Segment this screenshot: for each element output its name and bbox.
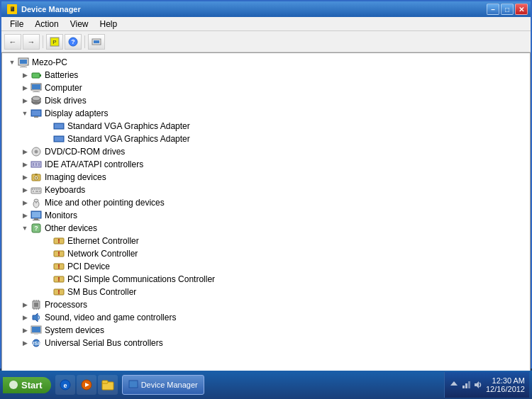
ie-icon[interactable]: e — [55, 375, 75, 395]
tree-item-vga1[interactable]: ▶ Standard VGA Graphics Adapter — [5, 120, 527, 133]
mezo-pc-label: Mezo-PC — [32, 57, 67, 67]
tree-item-mice[interactable]: ▶ Mice and other pointing devices — [5, 196, 527, 209]
vga2-label: Standard VGA Graphics Adapter — [67, 134, 190, 144]
svg-text:!: ! — [58, 250, 60, 257]
usb-label: Universal Serial Bus controllers — [45, 338, 163, 348]
svg-rect-10 — [32, 73, 40, 78]
svg-point-18 — [32, 96, 40, 101]
svg-rect-8 — [21, 65, 26, 67]
tree-item-computer[interactable]: ▶ Computer — [5, 82, 527, 94]
smbus-label: SM Bus Controller — [67, 287, 136, 297]
tree-item-pci-comm[interactable]: ▶ ! PCI Simple Communications Controller — [5, 273, 527, 286]
taskbar-items: Device Manager — [122, 375, 444, 395]
svg-rect-49 — [32, 212, 40, 218]
tree-view[interactable]: ▼ Mezo-PC ▶ Batteries ▶ Compu — [1, 52, 531, 399]
taskbar-item-label: Device Manager — [141, 381, 198, 389]
computer-label: Computer — [45, 83, 82, 93]
tree-item-ethernet[interactable]: ▶ ! Ethernet Controller — [5, 235, 527, 247]
expand-icon-sound: ▶ — [19, 312, 31, 323]
mice-icon — [31, 197, 42, 208]
expand-icon-monitors: ▶ — [19, 210, 31, 221]
tree-item-keyboards[interactable]: ▶ Keyboards — [5, 184, 527, 196]
maximize-button[interactable]: □ — [501, 4, 514, 15]
menu-action[interactable]: Action — [29, 18, 64, 30]
tree-item-sound[interactable]: ▶ Sound, video and game controllers — [5, 311, 527, 324]
back-button[interactable]: ← — [4, 34, 21, 50]
monitors-label: Monitors — [45, 210, 77, 220]
svg-rect-85 — [129, 381, 138, 388]
forward-button[interactable]: → — [23, 34, 40, 50]
svg-text:?: ? — [71, 38, 75, 45]
quick-launch: e — [55, 375, 118, 395]
device-tree: ▼ Mezo-PC ▶ Batteries ▶ Compu — [5, 56, 527, 349]
tree-item-monitors[interactable]: ▶ Monitors — [5, 209, 527, 222]
minimize-button[interactable]: – — [487, 4, 499, 15]
batteries-label: Batteries — [45, 70, 78, 80]
taskbar-item-device-manager[interactable]: Device Manager — [122, 375, 204, 395]
tree-item-network-controller[interactable]: ▶ ! Network Controller — [5, 247, 527, 260]
imaging-icon — [31, 172, 42, 183]
tree-item-display-adapters[interactable]: ▼ Display adapters — [5, 107, 527, 120]
tree-item-smbus[interactable]: ▶ ! SM Bus Controller — [5, 286, 527, 298]
tree-item-imaging[interactable]: ▶ Imaging devices — [5, 171, 527, 184]
svg-rect-74 — [32, 327, 40, 332]
expand-icon-system: ▶ — [19, 325, 31, 336]
svg-rect-13 — [32, 84, 40, 89]
tree-item-pci[interactable]: ▶ ! PCI Device — [5, 260, 527, 273]
window-icon: 🖥 — [7, 4, 17, 14]
svg-rect-65 — [34, 303, 38, 307]
batteries-icon — [31, 69, 42, 81]
tree-item-batteries[interactable]: ▶ Batteries — [5, 69, 527, 82]
svg-rect-7 — [20, 60, 27, 64]
clock-date: 12/16/2012 — [486, 385, 525, 393]
svg-text:e: e — [63, 382, 67, 389]
tree-item-dvd[interactable]: ▶ DVD/CD-ROM drives — [5, 145, 527, 158]
help-button[interactable]: ? — [65, 34, 82, 50]
network-tray-icon — [461, 380, 471, 390]
svg-point-47 — [34, 199, 38, 202]
media-player-icon[interactable] — [77, 375, 96, 395]
close-button[interactable]: ✕ — [515, 4, 528, 15]
properties-button[interactable]: P — [46, 34, 63, 50]
menu-file[interactable]: File — [4, 18, 29, 30]
expand-icon: ▼ — [6, 57, 18, 68]
toolbar: ← → P ? — [1, 31, 531, 52]
ethernet-label: Ethernet Controller — [67, 236, 139, 246]
svg-rect-41 — [38, 189, 40, 190]
tree-item-system[interactable]: ▶ System devices — [5, 324, 527, 337]
device-mgr-button[interactable] — [88, 34, 105, 50]
svg-rect-14 — [34, 90, 38, 91]
svg-rect-25 — [55, 137, 63, 141]
tree-item-usb[interactable]: ▶ USB Universal Serial Bus controllers — [5, 337, 527, 349]
menu-help[interactable]: Help — [94, 18, 123, 30]
disk-icon — [31, 95, 42, 106]
pci-warning-icon: ! — [53, 261, 65, 272]
smbus-warning-icon: ! — [53, 286, 65, 298]
start-button[interactable]: Start — [3, 377, 51, 393]
tree-item-ide[interactable]: ▶ IDE ATA/ATAPI controllers — [5, 158, 527, 171]
tree-item-other-devices[interactable]: ▼ ? Other devices — [5, 222, 527, 235]
tree-item-disk-drives[interactable]: ▶ Disk drives — [5, 94, 527, 107]
folder-icon[interactable] — [98, 375, 118, 395]
menu-view[interactable]: View — [65, 18, 94, 30]
system-tray: 12:30 AM 12/16/2012 — [444, 372, 529, 398]
svg-text:?: ? — [34, 225, 38, 232]
tree-item-mezo-pc[interactable]: ▼ Mezo-PC — [5, 56, 527, 69]
tree-item-vga2[interactable]: ▶ Standard VGA Graphics Adapter — [5, 133, 527, 145]
svg-rect-40 — [36, 189, 38, 190]
tray-up-arrow-icon — [449, 380, 459, 390]
other-devices-icon: ? — [31, 223, 42, 234]
toolbar-separator — [43, 35, 43, 48]
system-label: System devices — [45, 325, 104, 335]
svg-rect-36 — [35, 174, 38, 175]
svg-rect-84 — [102, 381, 108, 383]
network-warning-icon: ! — [53, 248, 65, 259]
svg-rect-23 — [55, 124, 63, 128]
title-bar: 🖥 Device Manager – □ ✕ — [1, 1, 531, 17]
dvd-icon — [31, 146, 42, 157]
svg-rect-50 — [34, 218, 38, 220]
clock: 12:30 AM 12/16/2012 — [486, 376, 525, 393]
svg-text:!: ! — [58, 263, 60, 270]
tree-item-processors[interactable]: ▶ Processors — [5, 298, 527, 311]
svg-rect-11 — [40, 74, 41, 77]
